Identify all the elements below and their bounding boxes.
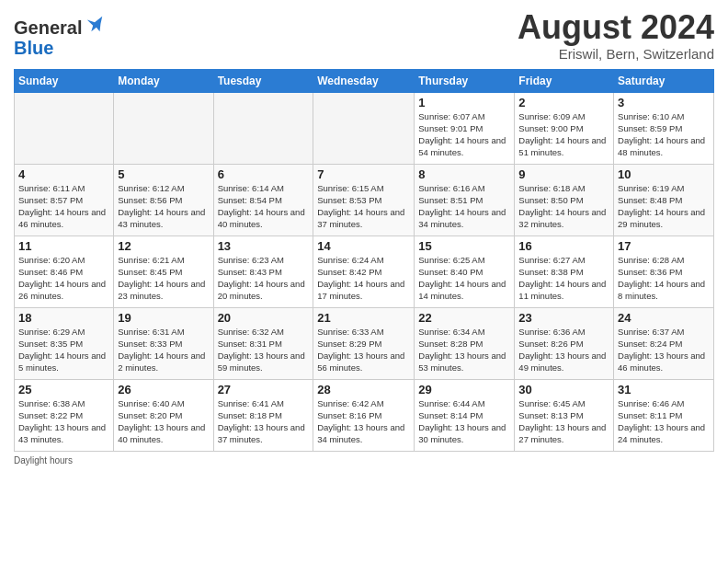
week-row-1: 4Sunrise: 6:11 AMSunset: 8:57 PMDaylight… <box>15 164 714 236</box>
day-info: Sunrise: 6:09 AMSunset: 9:00 PMDaylight:… <box>518 110 609 159</box>
day-info: Sunrise: 6:11 AMSunset: 8:57 PMDaylight:… <box>18 182 109 231</box>
day-number: 7 <box>317 167 410 181</box>
day-number: 12 <box>118 239 209 253</box>
calendar-cell <box>213 92 313 164</box>
day-number: 13 <box>218 239 310 253</box>
calendar-cell: 2Sunrise: 6:09 AMSunset: 9:00 PMDaylight… <box>515 92 614 164</box>
day-info: Sunrise: 6:10 AMSunset: 8:59 PMDaylight:… <box>618 110 710 159</box>
day-info: Sunrise: 6:21 AMSunset: 8:45 PMDaylight:… <box>118 254 209 303</box>
day-info: Sunrise: 6:12 AMSunset: 8:56 PMDaylight:… <box>118 182 209 231</box>
day-number: 11 <box>18 239 109 253</box>
calendar-cell: 5Sunrise: 6:12 AMSunset: 8:56 PMDaylight… <box>114 164 213 236</box>
calendar-cell <box>15 92 114 164</box>
calendar-cell: 28Sunrise: 6:42 AMSunset: 8:16 PMDayligh… <box>313 379 415 451</box>
day-info: Sunrise: 6:31 AMSunset: 8:33 PMDaylight:… <box>118 326 209 374</box>
calendar-cell: 24Sunrise: 6:37 AMSunset: 8:24 PMDayligh… <box>614 307 714 379</box>
day-number: 24 <box>618 311 710 325</box>
day-number: 26 <box>118 383 209 396</box>
calendar-cell <box>114 92 213 164</box>
weekday-header-monday: Monday <box>114 69 213 92</box>
title-area: August 2024 Eriswil, Bern, Switzerland <box>518 9 714 62</box>
calendar-cell: 19Sunrise: 6:31 AMSunset: 8:33 PMDayligh… <box>114 307 213 379</box>
day-number: 28 <box>317 383 410 396</box>
week-row-0: 1Sunrise: 6:07 AMSunset: 9:01 PMDaylight… <box>15 92 714 164</box>
day-number: 30 <box>518 383 609 396</box>
calendar-table: SundayMondayTuesdayWednesdayThursdayFrid… <box>14 69 714 452</box>
day-number: 6 <box>218 167 310 181</box>
day-info: Sunrise: 6:07 AMSunset: 9:01 PMDaylight:… <box>418 110 510 159</box>
day-number: 2 <box>518 96 609 109</box>
month-title: August 2024 <box>518 9 714 46</box>
calendar-cell: 15Sunrise: 6:25 AMSunset: 8:40 PMDayligh… <box>415 236 515 307</box>
day-number: 15 <box>418 239 510 253</box>
calendar-cell: 22Sunrise: 6:34 AMSunset: 8:28 PMDayligh… <box>415 307 515 379</box>
day-info: Sunrise: 6:42 AMSunset: 8:16 PMDaylight:… <box>317 397 410 446</box>
day-info: Sunrise: 6:24 AMSunset: 8:42 PMDaylight:… <box>317 254 410 303</box>
footer-note: Daylight hours <box>14 455 714 465</box>
day-info: Sunrise: 6:25 AMSunset: 8:40 PMDaylight:… <box>418 254 510 303</box>
calendar-cell <box>313 92 415 164</box>
day-number: 8 <box>418 167 510 181</box>
day-info: Sunrise: 6:46 AMSunset: 8:11 PMDaylight:… <box>618 397 710 446</box>
day-number: 29 <box>418 383 510 396</box>
day-number: 3 <box>618 96 710 109</box>
day-number: 4 <box>18 167 109 181</box>
calendar-cell: 3Sunrise: 6:10 AMSunset: 8:59 PMDaylight… <box>614 92 714 164</box>
calendar-cell: 4Sunrise: 6:11 AMSunset: 8:57 PMDaylight… <box>15 164 114 236</box>
day-info: Sunrise: 6:20 AMSunset: 8:46 PMDaylight:… <box>18 254 109 303</box>
day-info: Sunrise: 6:38 AMSunset: 8:22 PMDaylight:… <box>18 397 109 446</box>
day-info: Sunrise: 6:33 AMSunset: 8:29 PMDaylight:… <box>317 326 410 374</box>
calendar-cell: 20Sunrise: 6:32 AMSunset: 8:31 PMDayligh… <box>213 307 313 379</box>
weekday-header-saturday: Saturday <box>614 69 714 92</box>
week-row-3: 18Sunrise: 6:29 AMSunset: 8:35 PMDayligh… <box>15 307 714 379</box>
day-info: Sunrise: 6:16 AMSunset: 8:51 PMDaylight:… <box>418 182 510 231</box>
day-number: 22 <box>418 311 510 325</box>
day-info: Sunrise: 6:37 AMSunset: 8:24 PMDaylight:… <box>618 326 710 374</box>
calendar-cell: 29Sunrise: 6:44 AMSunset: 8:14 PMDayligh… <box>415 379 515 451</box>
subtitle: Eriswil, Bern, Switzerland <box>518 46 714 62</box>
weekday-header-wednesday: Wednesday <box>313 69 415 92</box>
calendar-cell: 10Sunrise: 6:19 AMSunset: 8:48 PMDayligh… <box>614 164 714 236</box>
weekday-header-sunday: Sunday <box>15 69 114 92</box>
weekday-header-friday: Friday <box>515 69 614 92</box>
weekday-header-row: SundayMondayTuesdayWednesdayThursdayFrid… <box>15 69 714 92</box>
calendar-cell: 27Sunrise: 6:41 AMSunset: 8:18 PMDayligh… <box>213 379 313 451</box>
day-number: 14 <box>317 239 410 253</box>
calendar-cell: 25Sunrise: 6:38 AMSunset: 8:22 PMDayligh… <box>15 379 114 451</box>
calendar-cell: 21Sunrise: 6:33 AMSunset: 8:29 PMDayligh… <box>313 307 415 379</box>
weekday-header-thursday: Thursday <box>415 69 515 92</box>
day-number: 9 <box>518 167 609 181</box>
day-info: Sunrise: 6:41 AMSunset: 8:18 PMDaylight:… <box>218 397 310 446</box>
day-number: 25 <box>18 383 109 396</box>
day-info: Sunrise: 6:23 AMSunset: 8:43 PMDaylight:… <box>218 254 310 303</box>
day-info: Sunrise: 6:19 AMSunset: 8:48 PMDaylight:… <box>618 182 710 231</box>
day-number: 20 <box>218 311 310 325</box>
day-number: 17 <box>618 239 710 253</box>
day-info: Sunrise: 6:45 AMSunset: 8:13 PMDaylight:… <box>518 397 609 446</box>
calendar-cell: 14Sunrise: 6:24 AMSunset: 8:42 PMDayligh… <box>313 236 415 307</box>
week-row-4: 25Sunrise: 6:38 AMSunset: 8:22 PMDayligh… <box>15 379 714 451</box>
day-info: Sunrise: 6:27 AMSunset: 8:38 PMDaylight:… <box>518 254 609 303</box>
calendar-cell: 9Sunrise: 6:18 AMSunset: 8:50 PMDaylight… <box>515 164 614 236</box>
day-number: 10 <box>618 167 710 181</box>
calendar-cell: 18Sunrise: 6:29 AMSunset: 8:35 PMDayligh… <box>15 307 114 379</box>
day-info: Sunrise: 6:44 AMSunset: 8:14 PMDaylight:… <box>418 397 510 446</box>
weekday-header-tuesday: Tuesday <box>213 69 313 92</box>
day-info: Sunrise: 6:40 AMSunset: 8:20 PMDaylight:… <box>118 397 209 446</box>
day-number: 18 <box>18 311 109 325</box>
day-info: Sunrise: 6:28 AMSunset: 8:36 PMDaylight:… <box>618 254 710 303</box>
page: General Blue August 2024 Eriswil, Bern, … <box>0 0 728 563</box>
calendar-cell: 30Sunrise: 6:45 AMSunset: 8:13 PMDayligh… <box>515 379 614 451</box>
calendar-cell: 12Sunrise: 6:21 AMSunset: 8:45 PMDayligh… <box>114 236 213 307</box>
day-info: Sunrise: 6:34 AMSunset: 8:28 PMDaylight:… <box>418 326 510 374</box>
logo-blue-text: Blue <box>14 38 105 58</box>
day-number: 31 <box>618 383 710 396</box>
logo-general: General <box>14 17 82 38</box>
day-info: Sunrise: 6:29 AMSunset: 8:35 PMDaylight:… <box>18 326 109 374</box>
day-info: Sunrise: 6:15 AMSunset: 8:53 PMDaylight:… <box>317 182 410 231</box>
day-number: 21 <box>317 311 410 325</box>
header: General Blue August 2024 Eriswil, Bern, … <box>14 9 714 62</box>
calendar-cell: 11Sunrise: 6:20 AMSunset: 8:46 PMDayligh… <box>15 236 114 307</box>
day-number: 19 <box>118 311 209 325</box>
day-number: 27 <box>218 383 310 396</box>
